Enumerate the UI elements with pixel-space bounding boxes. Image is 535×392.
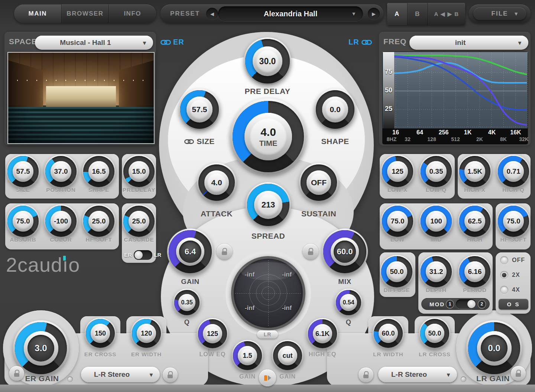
er-cross-knob[interactable]: 150 — [85, 318, 116, 349]
mod-1-button[interactable]: 1 — [446, 300, 454, 308]
nav-tab-group: MAIN BROWSER INFO — [14, 4, 156, 23]
os-button[interactable]: O S — [499, 299, 528, 310]
knob-face: 100 — [426, 211, 447, 232]
preset-next-button[interactable]: ▶ — [368, 8, 380, 20]
depth-knob[interactable]: 31.2 — [419, 255, 453, 288]
low-eq-knob[interactable]: 125 — [197, 318, 228, 349]
knob-value: 60.0 — [337, 247, 353, 257]
lock-icon — [363, 373, 369, 378]
freq-graph[interactable]: 75 50 25 16 64 256 1K 4K 16K 8HZ 32 128 … — [382, 51, 528, 145]
knob-value: 3.0 — [35, 343, 47, 353]
knob-face: 16.5 — [88, 161, 109, 182]
size-main-knob[interactable]: 57.5 — [179, 89, 220, 130]
er-routing-dropdown[interactable]: L-R Stereo ▼ — [81, 367, 160, 382]
mix-knob-label: MIX — [319, 278, 371, 286]
shape-main-knob-label: SHAPE — [309, 137, 361, 146]
er-eq-gain-knob[interactable]: 6.4 — [167, 229, 213, 275]
mid-knob[interactable]: 100 — [419, 205, 453, 238]
er-width-knob[interactable]: 120 — [131, 318, 162, 349]
low-eq-gain-knob[interactable]: 1.5 — [232, 340, 263, 371]
low-x-knob[interactable]: 125 — [381, 155, 414, 188]
spread-knob[interactable]: 213 — [246, 182, 291, 228]
knob-face: 25.0 — [88, 211, 109, 232]
lr-eq-lock-button[interactable] — [303, 244, 318, 259]
file-label: FILE — [492, 10, 508, 17]
lr-cross-knob[interactable]: 50.0 — [419, 318, 450, 349]
knob-face: 0.0 — [477, 331, 512, 366]
shape-main-knob[interactable]: 0.0 — [314, 89, 356, 130]
knob-value: 75.0 — [391, 217, 405, 225]
ab-b-button[interactable]: B — [407, 3, 428, 25]
er-position-knob[interactable]: 37.0 — [44, 155, 78, 188]
high-knob[interactable]: 62.5 — [458, 205, 492, 238]
high-x-knob[interactable]: 1.5K — [458, 155, 492, 188]
knob-face: 75.0 — [13, 211, 33, 232]
preset-prev-button[interactable]: ◀ — [206, 8, 218, 20]
mod-toggle[interactable] — [456, 299, 476, 309]
er-size-knob[interactable]: 57.5 — [6, 155, 40, 188]
knob-face: 60.0 — [379, 324, 398, 343]
high-eq-knob[interactable]: 6.1K — [307, 318, 338, 349]
os-off-radio[interactable] — [500, 256, 508, 264]
lr-hf-soft-knob[interactable]: 75.0 — [497, 205, 530, 238]
lr-eq-q-knob[interactable]: 0.54 — [335, 289, 362, 316]
tab-info[interactable]: INFO — [108, 4, 156, 23]
logo-text: 2caud — [6, 254, 62, 276]
low-knob[interactable]: 75.0 — [381, 205, 414, 238]
pre-delay-knob[interactable]: 30.0 — [244, 37, 291, 85]
preset-selector[interactable]: Alexandria Hall ▼ — [218, 6, 363, 21]
low-q-knob[interactable]: 0.35 — [419, 155, 453, 188]
route-bar-icon — [264, 375, 267, 381]
er-link-toggle[interactable]: ER — [160, 38, 184, 46]
mod-2-button[interactable]: 2 — [478, 300, 486, 308]
space-dropdown[interactable]: Musical - Hall 1 ▼ — [35, 36, 153, 50]
diffuse-knob[interactable]: 50.0 — [380, 255, 414, 288]
freq-xtick: 256 — [439, 129, 449, 136]
er-shape-knob[interactable]: 16.5 — [82, 155, 116, 188]
cascade-er-lr-toggle[interactable] — [134, 250, 152, 260]
period-knob[interactable]: 6.16 — [458, 255, 492, 288]
ab-a-button[interactable]: A — [387, 3, 407, 25]
sustain-knob[interactable]: OFF — [299, 163, 338, 202]
freq-xtick: 1K — [464, 129, 471, 136]
tab-browser[interactable]: BROWSER — [61, 4, 109, 23]
cascade-knob[interactable]: 25.0 — [122, 205, 156, 238]
er-predelay-knob[interactable]: 15.0 — [122, 155, 156, 188]
gonio-lr-button[interactable]: LR — [257, 330, 278, 339]
attack-knob[interactable]: 4.0 — [197, 163, 236, 202]
freq-dropdown[interactable]: init ▼ — [409, 36, 528, 50]
knob-value: 75.0 — [16, 217, 30, 225]
file-menu-button[interactable]: FILE ▼ — [473, 7, 526, 20]
absorb-knob[interactable]: 75.0 — [6, 205, 40, 238]
eq-route-button[interactable] — [259, 369, 276, 386]
ab-copy-button[interactable]: A ◀ ▶ B — [428, 3, 465, 25]
mix-knob[interactable]: 60.0 — [322, 229, 368, 275]
os-4x-radio[interactable] — [500, 286, 508, 294]
lr-routing-caret-icon: ▼ — [440, 372, 457, 378]
er-eq-q-knob[interactable]: 0.35 — [173, 289, 201, 316]
lr-link-toggle[interactable]: LR — [348, 38, 372, 46]
lr-routing-dropdown[interactable]: L-R Stereo ▼ — [378, 367, 457, 382]
lr-width-knob[interactable]: 60.0 — [373, 318, 404, 349]
freq-dropdown-value: init — [409, 39, 511, 47]
knob-face: 1.5K — [464, 161, 485, 182]
lr-gain-lock-button[interactable] — [511, 366, 526, 381]
hf-soft-knob[interactable]: 25.0 — [82, 205, 116, 238]
color-knob[interactable]: -100 — [44, 205, 78, 238]
gonio-circle — [249, 274, 287, 312]
diffuse-knob-label: DIFFUSE — [376, 287, 417, 293]
lr-routing-lock-button[interactable] — [359, 368, 373, 382]
tab-main[interactable]: MAIN — [14, 4, 61, 23]
er-eq-lock-button[interactable] — [217, 244, 232, 259]
knob-face: 3.0 — [24, 331, 58, 366]
os-2x-label: 2X — [512, 272, 520, 278]
time-knob[interactable]: 4.0TIME — [230, 98, 307, 175]
knob-value: 150 — [95, 330, 106, 337]
knob-face: 213 — [254, 191, 282, 219]
er-routing-value: L-R Stereo — [81, 370, 143, 379]
high-q-knob[interactable]: 0.71 — [497, 155, 530, 188]
freq-label: FREQ — [383, 37, 406, 46]
knob-value: 125 — [207, 330, 218, 338]
er-routing-lock-button[interactable] — [163, 368, 178, 382]
os-2x-radio[interactable] — [500, 271, 508, 279]
